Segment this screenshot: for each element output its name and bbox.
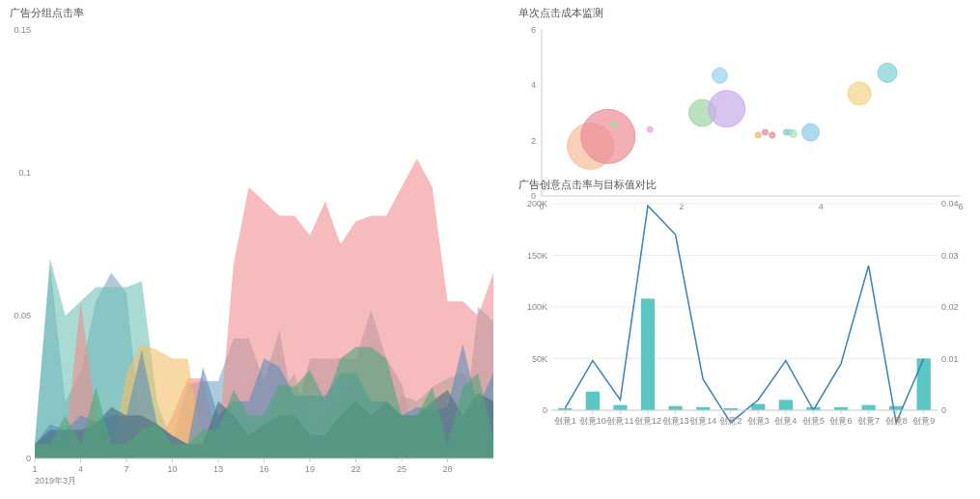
svg-text:创意3: 创意3 xyxy=(747,416,770,426)
svg-point-45 xyxy=(770,132,775,138)
svg-text:150K: 150K xyxy=(527,251,547,261)
svg-text:10: 10 xyxy=(167,464,177,474)
svg-text:创意14: 创意14 xyxy=(689,416,716,426)
svg-point-39 xyxy=(647,126,653,132)
svg-text:创意9: 创意9 xyxy=(912,416,935,426)
svg-rect-74 xyxy=(751,404,765,410)
svg-text:创意7: 创意7 xyxy=(857,416,880,426)
svg-rect-70 xyxy=(641,298,655,410)
svg-text:50K: 50K xyxy=(532,354,547,364)
area-chart-body: 00.050.10.15147101316192225282019年3月 xyxy=(10,24,499,494)
svg-point-43 xyxy=(755,132,761,138)
svg-text:创意4: 创意4 xyxy=(774,416,797,426)
svg-point-37 xyxy=(581,109,635,163)
svg-text:0.01: 0.01 xyxy=(941,354,959,364)
svg-text:100K: 100K xyxy=(527,302,547,312)
svg-text:创意12: 创意12 xyxy=(634,416,661,426)
svg-text:25: 25 xyxy=(397,464,406,474)
svg-point-44 xyxy=(762,129,768,135)
svg-text:0.02: 0.02 xyxy=(941,302,959,312)
svg-text:2019年3月: 2019年3月 xyxy=(35,476,76,485)
combo-chart-body: 050K100K150K200K00.010.020.030.04创意1创意10… xyxy=(518,196,970,494)
svg-text:0.1: 0.1 xyxy=(18,168,31,178)
svg-rect-68 xyxy=(586,392,600,410)
svg-text:创意8: 创意8 xyxy=(885,416,908,426)
svg-rect-75 xyxy=(779,400,793,410)
area-chart-panel: 广告分组点击率 00.050.10.1514710131619222528201… xyxy=(0,0,509,499)
svg-text:0: 0 xyxy=(941,405,946,415)
svg-text:创意11: 创意11 xyxy=(606,416,633,426)
area-chart-svg: 00.050.10.15147101316192225282019年3月 xyxy=(10,24,499,487)
svg-text:1: 1 xyxy=(32,464,37,474)
svg-text:创意13: 创意13 xyxy=(662,416,689,426)
svg-text:6: 6 xyxy=(531,25,536,35)
svg-point-50 xyxy=(848,82,871,105)
svg-text:19: 19 xyxy=(305,464,315,474)
svg-text:创意2: 创意2 xyxy=(719,416,742,426)
svg-point-42 xyxy=(709,91,745,127)
svg-text:13: 13 xyxy=(213,464,223,474)
combo-chart-title: 广告创意点击率与目标值对比 xyxy=(518,178,970,192)
svg-text:创意10: 创意10 xyxy=(579,416,606,426)
svg-text:22: 22 xyxy=(350,464,360,474)
svg-text:4: 4 xyxy=(531,80,536,90)
svg-point-41 xyxy=(712,68,727,83)
svg-rect-78 xyxy=(861,405,875,410)
svg-text:0.15: 0.15 xyxy=(14,25,31,35)
combo-chart-panel: 广告创意点击率与目标值对比 050K100K150K200K00.010.020… xyxy=(509,172,980,499)
svg-text:0.05: 0.05 xyxy=(14,311,31,320)
svg-text:2: 2 xyxy=(531,136,536,146)
area-chart-title: 广告分组点击率 xyxy=(10,6,499,20)
svg-text:7: 7 xyxy=(124,464,128,474)
svg-text:创意1: 创意1 xyxy=(554,416,576,426)
svg-text:28: 28 xyxy=(442,464,452,474)
svg-rect-69 xyxy=(613,405,627,410)
svg-text:4: 4 xyxy=(78,464,83,474)
svg-point-51 xyxy=(878,63,897,82)
svg-text:创意5: 创意5 xyxy=(802,416,825,426)
combo-chart-svg: 050K100K150K200K00.010.020.030.04创意1创意10… xyxy=(518,196,970,437)
svg-text:0: 0 xyxy=(26,454,31,463)
svg-rect-80 xyxy=(917,359,931,411)
svg-rect-71 xyxy=(668,406,682,410)
svg-text:创意6: 创意6 xyxy=(829,416,852,426)
svg-text:0.03: 0.03 xyxy=(941,251,959,261)
svg-text:16: 16 xyxy=(259,464,268,474)
svg-point-38 xyxy=(612,121,618,126)
svg-point-49 xyxy=(801,124,819,141)
svg-text:200K: 200K xyxy=(527,199,547,208)
svg-text:0.04: 0.04 xyxy=(941,199,959,208)
svg-point-48 xyxy=(789,130,797,138)
scatter-chart-title: 单次点击成本监测 xyxy=(518,6,970,20)
svg-text:0: 0 xyxy=(543,405,547,415)
